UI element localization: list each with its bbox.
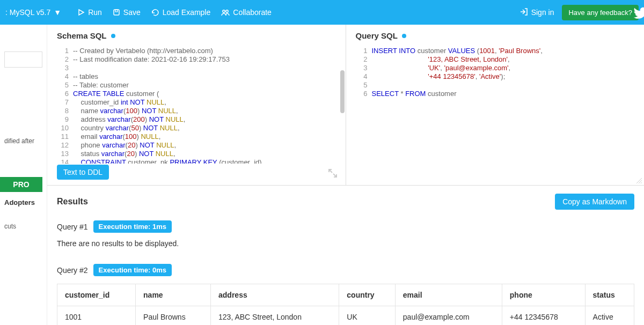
query-title: Query SQL	[356, 31, 645, 40]
results-section: Results Copy as Markdown Query #1 Execut…	[47, 186, 644, 325]
sidebar-search[interactable]	[4, 51, 42, 68]
signin-label: Sign in	[531, 8, 554, 17]
table-cell: UK	[339, 306, 396, 326]
schema-title: Schema SQL	[57, 31, 346, 40]
feedback-button[interactable]: Have any feedback?	[562, 5, 639, 20]
collaborate-button[interactable]: Collaborate	[221, 8, 272, 17]
run-button[interactable]: Run	[77, 8, 102, 17]
query-pane: Query SQL 123456 INSERT INTO customer VA…	[346, 25, 645, 185]
copy-markdown-button[interactable]: Copy as Markdown	[555, 194, 634, 210]
table-cell: +44 12345678	[502, 306, 585, 326]
save-icon	[113, 9, 120, 16]
query-editor[interactable]: 123456 INSERT INTO customer VALUES (1001…	[356, 47, 645, 180]
svg-point-2	[223, 10, 225, 12]
column-header: address	[211, 284, 339, 306]
column-header: email	[395, 284, 502, 306]
scrollbar[interactable]	[340, 70, 345, 113]
topbar: : MySQL v5.7 ▼ Run Save Load Example Col…	[0, 0, 644, 25]
results-table: customer_idnameaddresscountryemailphones…	[57, 284, 634, 325]
chevron-down-icon: ▼	[54, 8, 61, 17]
svg-point-3	[226, 10, 228, 12]
schema-editor[interactable]: 1234567891011121314 -- Created by Vertab…	[57, 47, 346, 164]
pro-button[interactable]: PRO	[0, 177, 42, 192]
signin-button[interactable]: Sign in	[519, 8, 554, 18]
adopters-link[interactable]: Adopters	[4, 198, 42, 206]
sidebar-modified-label: dified after	[4, 137, 42, 145]
people-icon	[221, 9, 230, 16]
shortcuts-link[interactable]: cuts	[4, 223, 42, 230]
column-header: status	[585, 284, 634, 306]
svg-rect-0	[114, 10, 119, 15]
table-cell: Paul Browns	[136, 306, 211, 326]
save-button[interactable]: Save	[113, 8, 141, 17]
expand-icon[interactable]	[328, 168, 338, 180]
text-to-ddl-button[interactable]: Text to DDL	[57, 165, 109, 180]
no-results-message: There are no results to be displayed.	[57, 239, 634, 248]
db-selector[interactable]: : MySQL v5.7 ▼	[5, 8, 61, 17]
save-label: Save	[123, 8, 141, 17]
load-label: Load Example	[163, 8, 211, 17]
query1-time-badge: Execution time: 1ms	[93, 220, 172, 233]
modified-dot-icon	[111, 34, 115, 38]
table-cell: 1001	[57, 306, 136, 326]
column-header: country	[339, 284, 396, 306]
query2-label: Query #2	[57, 266, 88, 275]
modified-dot-icon	[402, 34, 406, 38]
table-cell: paul@example.com	[395, 306, 502, 326]
resize-icon[interactable]	[635, 176, 642, 183]
table-cell: 123, ABC Street, London	[211, 306, 339, 326]
query1-label: Query #1	[57, 223, 88, 231]
collab-label: Collaborate	[233, 8, 272, 17]
query2-time-badge: Execution time: 0ms	[93, 264, 172, 276]
table-row: 1001Paul Browns123, ABC Street, LondonUK…	[57, 306, 634, 326]
table-cell: Active	[585, 306, 634, 326]
play-icon	[77, 9, 85, 16]
results-title: Results	[57, 197, 555, 206]
column-header: phone	[502, 284, 585, 306]
run-label: Run	[88, 8, 102, 17]
refresh-icon	[151, 9, 159, 17]
load-example-button[interactable]: Load Example	[151, 8, 211, 17]
sidebar: dified after PRO Adopters cuts	[0, 25, 47, 325]
schema-pane: Schema SQL 1234567891011121314 -- Create…	[47, 25, 346, 185]
twitter-icon[interactable]	[633, 6, 644, 21]
column-header: name	[136, 284, 211, 306]
column-header: customer_id	[57, 284, 136, 306]
db-label: : MySQL v5.7	[5, 8, 50, 17]
signin-icon	[519, 8, 528, 18]
